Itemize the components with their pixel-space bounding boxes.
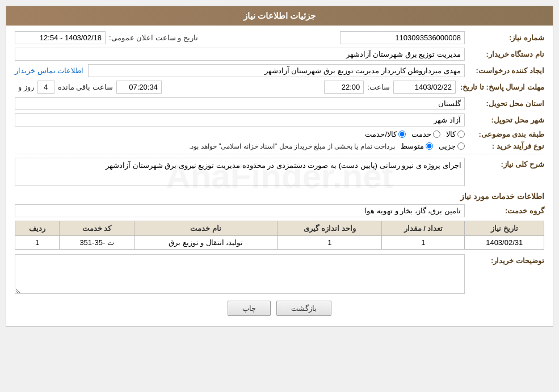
services-section-title: اطلاعات خدمات مورد نیاز bbox=[15, 192, 544, 201]
response-days-label: روز و bbox=[18, 83, 34, 91]
response-remaining-label: ساعت باقی مانده bbox=[58, 83, 113, 91]
category-kala-label: کالا bbox=[446, 130, 456, 138]
response-deadline-row: مهلت ارسال پاسخ: تا تاریخ: 1403/02/22 سا… bbox=[15, 81, 544, 94]
buyer-org-value: مدیریت توزیع برق شهرستان آزادشهر bbox=[15, 48, 465, 61]
col-need-date: تاریخ نیاز bbox=[465, 221, 544, 236]
category-label: طبقه بندی موضوعی: bbox=[465, 130, 544, 138]
table-header-row: تاریخ نیاز تعداد / مقدار واحد اندازه گیر… bbox=[15, 221, 544, 236]
service-group-label: گروه خدمت: bbox=[465, 206, 544, 215]
need-number-value: 1103093536000008 bbox=[340, 31, 465, 44]
col-row-num: ردیف bbox=[15, 221, 60, 236]
purchase-jozi[interactable]: جزیی bbox=[439, 142, 465, 150]
separator1 bbox=[15, 154, 544, 154]
delivery-province-label: استان محل تحویل: bbox=[465, 99, 544, 108]
category-khedmat-label: خدمت bbox=[411, 130, 431, 138]
delivery-city-label: شهر محل تحویل: bbox=[465, 116, 544, 124]
page-title: جزئیات اطلاعات نیاز bbox=[243, 11, 316, 20]
col-service-name: نام خدمت bbox=[134, 221, 277, 236]
purchase-note: پرداخت تمام یا بخشی از مبلغ خریداز محل "… bbox=[189, 142, 395, 150]
delivery-city-value: آزاد شهر bbox=[15, 113, 465, 127]
response-deadline-label: مهلت ارسال پاسخ: تا تاریخ: bbox=[456, 83, 544, 91]
cell-service-code: ت -35-351 bbox=[60, 236, 135, 250]
purchase-radio-jozi[interactable] bbox=[457, 142, 465, 150]
delivery-city-row: شهر محل تحویل: آزاد شهر bbox=[15, 113, 544, 127]
creator-value: مهدی میرداروطن کاربرداز مدیریت توزیع برق… bbox=[88, 64, 465, 77]
category-option-both[interactable]: کالا/خدمت bbox=[365, 130, 406, 138]
delivery-province-row: استان محل تحویل: گلستان bbox=[15, 97, 544, 110]
purchase-type-options: جزیی متوسط پرداخت تمام یا بخشی از مبلغ خ… bbox=[189, 142, 465, 150]
main-container: جزئیات اطلاعات نیاز AnaFinder.net شماره … bbox=[6, 6, 553, 327]
bottom-buttons: بازگشت چاپ bbox=[15, 301, 544, 316]
category-option-khedmat[interactable]: خدمت bbox=[411, 130, 440, 138]
buyer-description-textarea[interactable] bbox=[15, 254, 465, 294]
delivery-province-value: گلستان bbox=[15, 97, 465, 110]
purchase-motavasset-label: متوسط bbox=[401, 142, 424, 150]
col-service-code: کد خدمت bbox=[60, 221, 135, 236]
need-description-value: اجرای پروژه ی نیرو رسانی (پایین دست) به … bbox=[15, 158, 465, 186]
buyer-org-label: نام دستگاه خریدار: bbox=[465, 50, 544, 58]
category-both-label: کالا/خدمت bbox=[365, 130, 397, 138]
cell-row-num: 1 bbox=[15, 236, 60, 250]
category-radio-kala[interactable] bbox=[457, 130, 465, 138]
need-number-row: شماره نیاز: 1103093536000008 تاریخ و ساع… bbox=[15, 31, 544, 44]
buyer-description-label: توضیحات خریدار: bbox=[465, 254, 544, 265]
cell-service-name: تولید، انتقال و توزیع برق bbox=[134, 236, 277, 250]
buyer-org-row: نام دستگاه خریدار: مدیریت توزیع برق شهرس… bbox=[15, 48, 544, 61]
buyer-description-row: توضیحات خریدار: bbox=[15, 254, 544, 294]
purchase-motavasset[interactable]: متوسط bbox=[401, 142, 433, 150]
back-button[interactable]: بازگشت bbox=[276, 301, 331, 316]
category-radio-khedmat[interactable] bbox=[433, 130, 440, 138]
cell-need-date: 1403/02/31 bbox=[465, 236, 544, 250]
print-button[interactable]: چاپ bbox=[228, 301, 271, 316]
service-group-row: گروه خدمت: تامین برق، گاز، بخار و تهویه … bbox=[15, 204, 544, 217]
cell-quantity: 1 bbox=[382, 236, 465, 250]
category-radio-both[interactable] bbox=[398, 130, 406, 138]
content-area: AnaFinder.net شماره نیاز: 11030935360000… bbox=[6, 26, 553, 326]
col-unit: واحد اندازه گیری bbox=[278, 221, 382, 236]
creator-label: ایجاد کننده درخواست: bbox=[465, 66, 544, 75]
page-wrapper: جزئیات اطلاعات نیاز AnaFinder.net شماره … bbox=[0, 0, 559, 392]
cell-unit: 1 bbox=[278, 236, 382, 250]
response-days: 4 bbox=[37, 81, 54, 94]
services-table: تاریخ نیاز تعداد / مقدار واحد اندازه گیر… bbox=[15, 221, 544, 250]
category-row: طبقه بندی موضوعی: کالا خدمت کالا/خدمت bbox=[15, 130, 544, 138]
purchase-type-label: نوع فرآیند خرید : bbox=[465, 142, 544, 150]
col-quantity: تعداد / مقدار bbox=[382, 221, 465, 236]
category-option-kala[interactable]: کالا bbox=[446, 130, 465, 138]
purchase-jozi-label: جزیی bbox=[439, 142, 456, 150]
contact-link[interactable]: اطلاعات تماس خریدار bbox=[15, 66, 83, 75]
purchase-type-row: نوع فرآیند خرید : جزیی متوسط پرداخت تمام… bbox=[15, 142, 544, 150]
purchase-radio-motavasset[interactable] bbox=[426, 142, 433, 150]
creator-row: ایجاد کننده درخواست: مهدی میرداروطن کارب… bbox=[15, 64, 544, 77]
announcement-value: 1403/02/18 - 12:54 bbox=[15, 31, 106, 44]
page-header: جزئیات اطلاعات نیاز bbox=[6, 6, 553, 26]
need-description-row: شرح کلی نیاز: اجرای پروژه ی نیرو رسانی (… bbox=[15, 158, 544, 186]
need-number-label: شماره نیاز: bbox=[465, 33, 544, 42]
service-group-value: تامین برق، گاز، بخار و تهویه هوا bbox=[15, 204, 465, 217]
announcement-label: تاریخ و ساعت اعلان عمومی: bbox=[109, 33, 198, 42]
response-time-label: ساعت: bbox=[367, 83, 390, 91]
category-radio-group: کالا خدمت کالا/خدمت bbox=[365, 130, 465, 138]
table-row: 1403/02/31 1 1 تولید، انتقال و توزیع برق… bbox=[15, 236, 544, 250]
need-description-label: شرح کلی نیاز: bbox=[465, 158, 544, 168]
response-remaining: 07:20:34 bbox=[116, 81, 162, 94]
response-time: 22:00 bbox=[324, 81, 364, 94]
response-date: 1403/02/22 bbox=[393, 81, 456, 94]
